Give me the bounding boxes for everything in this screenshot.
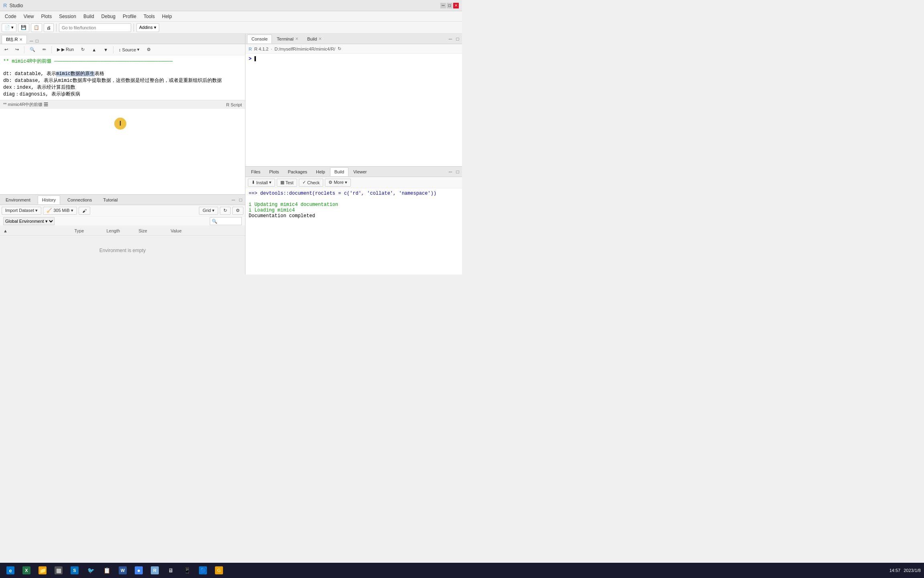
run-next-button[interactable]: ↻ bbox=[78, 46, 87, 54]
menu-help[interactable]: Help bbox=[159, 13, 175, 20]
titlebar: R Studio ─ □ ✕ bbox=[0, 0, 462, 11]
menu-profile[interactable]: Profile bbox=[120, 13, 140, 20]
save-icon: 💾 bbox=[21, 25, 26, 30]
editor-tab-b[interactable]: B结.R ✕ bbox=[2, 35, 27, 44]
global-env-bar: Global Environment ▾ bbox=[0, 216, 245, 226]
refresh-button[interactable]: ↻ bbox=[220, 207, 231, 215]
menu-build[interactable]: Build bbox=[80, 13, 97, 20]
console-maximize-button[interactable]: □ bbox=[455, 36, 460, 42]
code-btn[interactable]: ✏ bbox=[40, 46, 49, 54]
main-layout: B结.R ✕ ─ □ ↩ ↪ 🔍 ✏ ▶ ▶ Run bbox=[0, 34, 462, 275]
app-logo: R bbox=[3, 2, 7, 8]
console-content[interactable]: > ▌ bbox=[245, 54, 462, 166]
new-file-button[interactable]: 📄▾ bbox=[2, 23, 16, 32]
statusbar-left: ** mimic4R中的前缀 ☰ bbox=[3, 102, 48, 108]
tab-console[interactable]: Console bbox=[247, 35, 272, 43]
console-path: D:/myselfR/mimic4R/mimic4/R/ bbox=[274, 47, 335, 51]
menu-plots[interactable]: Plots bbox=[38, 13, 55, 20]
statusbar-right: R Script bbox=[226, 102, 242, 107]
build-minimize-button[interactable]: ─ bbox=[448, 169, 453, 175]
clear-button[interactable]: 🧹 305 MiB ▾ bbox=[43, 207, 77, 215]
r-logo-small: R bbox=[249, 47, 252, 51]
go-to-file-input[interactable] bbox=[59, 23, 131, 32]
tab-connections[interactable]: Connections bbox=[63, 195, 96, 204]
check-button[interactable]: ✓ Check bbox=[299, 179, 323, 187]
bg-jobs-close-icon[interactable]: ✕ bbox=[318, 37, 322, 41]
refresh-path-icon[interactable]: ↻ bbox=[338, 46, 341, 51]
source-button[interactable]: ↕ Source▾ bbox=[116, 46, 142, 54]
col-value: Value bbox=[171, 228, 242, 233]
global-env-select[interactable]: Global Environment ▾ bbox=[3, 217, 55, 225]
tab-environment[interactable]: Environment bbox=[2, 195, 34, 204]
menu-code[interactable]: Code bbox=[2, 13, 20, 20]
console-win-controls: ─ □ bbox=[448, 36, 460, 42]
addins-button[interactable]: Addins ▾ bbox=[136, 23, 159, 32]
minimize-button[interactable]: ─ bbox=[440, 3, 446, 8]
build-maximize-button[interactable]: □ bbox=[455, 169, 460, 175]
env-settings-button[interactable]: ⚙ bbox=[232, 207, 243, 215]
brush-button[interactable]: 🖌 bbox=[79, 207, 90, 215]
col-type: Type bbox=[75, 228, 107, 233]
print-button[interactable]: 🖨 bbox=[44, 23, 54, 32]
menu-debug[interactable]: Debug bbox=[98, 13, 119, 20]
env-table-header: ▲ Type Length Size Value bbox=[0, 226, 245, 236]
tab-files[interactable]: Files bbox=[247, 167, 264, 176]
menu-tools[interactable]: Tools bbox=[140, 13, 158, 20]
tab-packages[interactable]: Packages bbox=[284, 167, 311, 176]
down-arrow-button[interactable]: ▼ bbox=[101, 46, 111, 54]
save-all-button[interactable]: 📋 bbox=[31, 23, 42, 32]
grid-button[interactable]: Grid ▾ bbox=[199, 207, 218, 215]
save-all-icon: 📋 bbox=[34, 25, 39, 30]
search-button[interactable]: 🔍 bbox=[27, 46, 38, 54]
left-panel: B结.R ✕ ─ □ ↩ ↪ 🔍 ✏ ▶ ▶ Run bbox=[0, 34, 245, 275]
build-toolbar: ⬇ Install▾ ▦ Test ✓ Check ⚙ More ▾ bbox=[245, 177, 462, 188]
test-button[interactable]: ▦ Test bbox=[277, 179, 297, 187]
menu-session[interactable]: Session bbox=[56, 13, 79, 20]
env-maximize-button[interactable]: □ bbox=[238, 197, 243, 203]
env-minimize-button[interactable]: ─ bbox=[231, 197, 236, 203]
tab-help[interactable]: Help bbox=[312, 167, 329, 176]
editor-content[interactable]: ** mimic4R中的前缀 ─────────────────────────… bbox=[0, 55, 245, 100]
close-button[interactable]: ✕ bbox=[453, 3, 459, 8]
settings-button[interactable]: ⚙ bbox=[144, 46, 154, 54]
tab-history[interactable]: History bbox=[38, 195, 60, 204]
build-win-controls: ─ □ bbox=[448, 169, 460, 175]
more-button[interactable]: ⚙ More ▾ bbox=[325, 179, 351, 187]
tab-plots[interactable]: Plots bbox=[265, 167, 283, 176]
save-button[interactable]: 💾 bbox=[18, 23, 29, 32]
build-output: ==> devtools::document(roclets = c('rd',… bbox=[245, 188, 462, 221]
run-button[interactable]: ▶ ▶ Run bbox=[54, 46, 77, 54]
editor-toolbar-sep-2 bbox=[51, 46, 52, 53]
terminal-close-icon[interactable]: ✕ bbox=[295, 37, 298, 41]
tab-terminal[interactable]: Terminal ✕ bbox=[273, 35, 302, 43]
titlebar-title: Studio bbox=[9, 3, 23, 8]
tab-viewer[interactable]: Viewer bbox=[349, 167, 371, 176]
col-length: Length bbox=[107, 228, 139, 233]
menu-view[interactable]: View bbox=[20, 13, 37, 20]
tab-background-jobs[interactable]: Build ✕ bbox=[303, 35, 326, 43]
titlebar-left: R Studio bbox=[3, 2, 23, 8]
r-version: R 4.1.2 bbox=[254, 47, 268, 51]
redo-button[interactable]: ↪ bbox=[12, 46, 22, 54]
tab-tutorial[interactable]: Tutorial bbox=[99, 195, 122, 204]
code-line-6: diag：diagnosis, 表示诊断疾病 bbox=[3, 91, 242, 98]
editor-maximize-button[interactable]: □ bbox=[34, 38, 40, 44]
env-search-input[interactable] bbox=[210, 217, 242, 225]
editor-minimize-button[interactable]: ─ bbox=[28, 38, 34, 44]
maximize-button[interactable]: □ bbox=[447, 3, 452, 8]
editor-tab-close-icon[interactable]: ✕ bbox=[19, 37, 22, 42]
install-button[interactable]: ⬇ Install▾ bbox=[248, 179, 275, 187]
up-arrow-button[interactable]: ▲ bbox=[89, 46, 99, 54]
source-label: ↕ Source bbox=[119, 47, 136, 52]
console-minimize-button[interactable]: ─ bbox=[448, 36, 453, 42]
import-dataset-button[interactable]: Import Dataset ▾ bbox=[2, 207, 41, 215]
undo-button[interactable]: ↩ bbox=[2, 46, 11, 54]
new-file-icon: 📄 bbox=[4, 25, 10, 30]
run-icon: ▶ bbox=[57, 47, 60, 52]
main-toolbar: 📄▾ 💾 📋 🖨 Addins ▾ bbox=[0, 22, 462, 34]
tab-build[interactable]: Build bbox=[330, 167, 349, 176]
titlebar-controls[interactable]: ─ □ ✕ bbox=[440, 3, 459, 8]
install-icon: ⬇ bbox=[251, 180, 255, 185]
editor-tab-label: B结.R bbox=[6, 37, 18, 43]
editor-statusbar: ** mimic4R中的前缀 ☰ R Script bbox=[0, 100, 245, 109]
